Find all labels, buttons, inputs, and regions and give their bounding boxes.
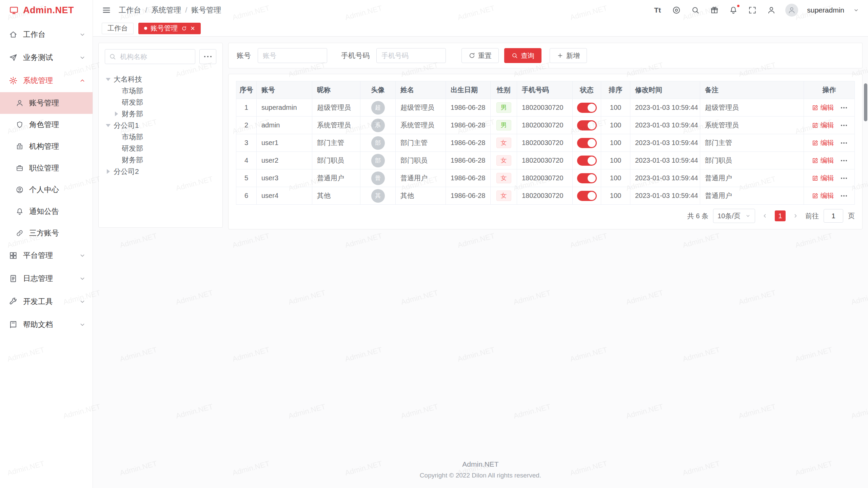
caret-right-icon[interactable]: [105, 168, 112, 175]
tree-node[interactable]: 财务部: [105, 154, 216, 166]
more-icon[interactable]: [841, 178, 847, 179]
sidebar-item-personal-center[interactable]: 个人中心: [0, 179, 93, 201]
tree-node[interactable]: 研发部: [105, 97, 216, 108]
status-toggle[interactable]: [577, 191, 597, 201]
search-icon[interactable]: [690, 5, 701, 15]
tree-node[interactable]: 分公司2: [105, 166, 216, 177]
username[interactable]: superadmin: [807, 6, 844, 14]
status-toggle[interactable]: [577, 120, 597, 130]
tree-node[interactable]: 大名科技: [105, 74, 216, 85]
edit-button[interactable]: 编辑: [812, 191, 834, 200]
page-content: 大名科技市场部研发部财务部分公司1市场部研发部财务部分公司2 账号 手机号码 重…: [93, 37, 868, 488]
chevron-down-icon[interactable]: [853, 7, 859, 13]
more-icon[interactable]: [841, 142, 847, 144]
add-button[interactable]: 新增: [550, 48, 587, 63]
more-icon[interactable]: [841, 160, 847, 161]
next-page-button[interactable]: [790, 211, 801, 221]
scrollbar-thumb[interactable]: [864, 83, 867, 121]
breadcrumb-item[interactable]: 系统管理: [151, 5, 181, 15]
tree-node[interactable]: 研发部: [105, 143, 216, 154]
sidebar-item-role-management[interactable]: 角色管理: [0, 114, 93, 136]
search-button[interactable]: 查询: [504, 48, 541, 63]
org-search-input[interactable]: [105, 49, 195, 64]
tree-node[interactable]: 市场部: [105, 85, 216, 97]
refresh-icon[interactable]: [181, 25, 187, 32]
cell-birthdate: 1986-06-28: [446, 117, 491, 134]
org-tree-panel: 大名科技市场部研发部财务部分公司1市场部研发部财务部分公司2: [98, 43, 223, 228]
current-page[interactable]: 1: [775, 210, 786, 221]
more-icon[interactable]: [841, 107, 847, 108]
notification-bell-icon[interactable]: [728, 5, 738, 15]
sidebar-item-position-management[interactable]: 职位管理: [0, 157, 93, 179]
gift-icon[interactable]: [709, 5, 719, 15]
fullscreen-icon[interactable]: [747, 5, 757, 15]
avatar: 系: [371, 119, 385, 132]
tree-node[interactable]: 市场部: [105, 131, 216, 143]
avatar[interactable]: [785, 4, 798, 17]
tab-workbench[interactable]: 工作台: [102, 23, 134, 34]
gear-icon: [9, 76, 18, 85]
user-settings-icon[interactable]: [766, 5, 776, 15]
status-toggle[interactable]: [577, 156, 597, 166]
sidebar-item-label: 日志管理: [23, 273, 74, 284]
table-header-row: 序号账号昵称头像姓名出生日期性别手机号码状态排序修改时间备注操作: [236, 81, 855, 99]
tree-more-button[interactable]: [199, 49, 216, 64]
status-toggle[interactable]: [577, 173, 597, 183]
sidebar-item-label: 三方账号: [29, 228, 59, 238]
chevron-down-icon: [79, 321, 86, 328]
profile-icon: [16, 186, 24, 194]
caret-down-icon[interactable]: [105, 76, 112, 83]
page-size-select[interactable]: 10条/页: [713, 209, 755, 223]
building-icon: [16, 142, 24, 150]
more-icon[interactable]: [841, 125, 847, 126]
edit-button[interactable]: 编辑: [812, 156, 834, 165]
caret-down-icon[interactable]: [105, 122, 112, 129]
status-toggle[interactable]: [577, 103, 597, 113]
sidebar-item-business-test[interactable]: 业务测试: [0, 46, 93, 69]
sidebar-item-log-management[interactable]: 日志管理: [0, 267, 93, 290]
sidebar-item-platform-management[interactable]: 平台管理: [0, 244, 93, 267]
hamburger-menu-icon[interactable]: [102, 5, 111, 15]
reset-button[interactable]: 重置: [461, 48, 499, 63]
more-icon[interactable]: [841, 195, 847, 197]
caret-right-icon[interactable]: [113, 110, 120, 117]
sidebar-item-org-management[interactable]: 机构管理: [0, 136, 93, 157]
tree-node[interactable]: 分公司1: [105, 120, 216, 131]
edit-button[interactable]: 编辑: [812, 103, 834, 112]
status-toggle[interactable]: [577, 138, 597, 148]
prev-page-button[interactable]: [760, 211, 770, 221]
theme-icon[interactable]: [671, 5, 682, 15]
system-management-submenu: 账号管理 角色管理 机构管理 职位管理 个人中心: [0, 92, 93, 244]
cell-modified: 2023-01-03 10:59:44: [630, 99, 700, 117]
page-unit: 页: [848, 211, 855, 221]
font-size-icon[interactable]: Tt: [652, 5, 663, 15]
edit-button[interactable]: 编辑: [812, 174, 834, 183]
column-header: 账号: [257, 81, 312, 99]
cell-order: 100: [601, 169, 630, 187]
breadcrumb-item[interactable]: 工作台: [119, 5, 141, 15]
edit-button[interactable]: 编辑: [812, 138, 834, 147]
edit-button[interactable]: 编辑: [812, 121, 834, 130]
caret-placeholder: [113, 157, 120, 163]
sidebar-item-workbench[interactable]: 工作台: [0, 23, 93, 46]
app-logo[interactable]: Admin.NET: [0, 0, 93, 20]
phone-filter-input[interactable]: [376, 48, 446, 63]
account-filter-input[interactable]: [258, 48, 327, 63]
cell-nickname: 系统管理员: [312, 117, 360, 134]
sidebar-item-notice[interactable]: 通知公告: [0, 201, 93, 222]
goto-page-input[interactable]: [824, 209, 843, 223]
sidebar-item-third-party-account[interactable]: 三方账号: [0, 222, 93, 244]
tree-node-label: 研发部: [122, 144, 143, 153]
close-icon[interactable]: ×: [191, 25, 195, 32]
sidebar-item-account-management[interactable]: 账号管理: [0, 92, 93, 114]
sidebar-item-help-docs[interactable]: 帮助文档: [0, 313, 93, 336]
grid-icon: [9, 251, 18, 260]
sidebar-item-system-management[interactable]: 系统管理: [0, 69, 93, 92]
tab-account-management[interactable]: 账号管理 ×: [138, 23, 201, 34]
org-search: [105, 49, 195, 64]
sidebar-item-dev-tools[interactable]: 开发工具: [0, 290, 93, 313]
breadcrumb-separator: /: [185, 6, 187, 15]
cell-birthdate: 1986-06-28: [446, 152, 491, 169]
sidebar-item-label: 职位管理: [29, 163, 59, 173]
tree-node[interactable]: 财务部: [105, 108, 216, 120]
